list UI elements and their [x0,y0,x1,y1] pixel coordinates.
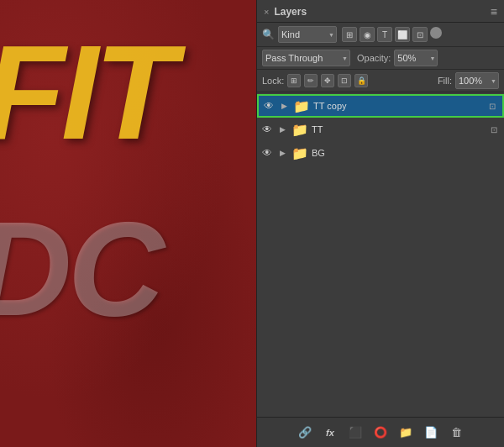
delete-layer-button[interactable]: 🗑 [447,423,465,442]
lock-pixels-button[interactable]: ⊞ [287,74,301,87]
panel-title: Layers [274,6,307,18]
layers-panel: × Layers ≡ 🔍 Kind ⊞ ◉ T ⬜ ⊡ Pass Through… [256,0,504,447]
layer-expand-tt[interactable]: ▶ [276,124,288,135]
kind-select[interactable]: Kind [278,26,337,43]
layer-indicator-tt: ⊡ [487,123,501,136]
layer-visibility-tt-copy[interactable]: 👁 [262,99,276,113]
add-adjustment-button[interactable]: ⬛ [346,423,365,442]
folder-icon-tt-copy: 📁 [293,98,310,114]
fill-input-wrapper [455,72,499,89]
fx-button[interactable]: fx [321,423,339,442]
opacity-input[interactable] [394,50,438,66]
layer-visibility-tt[interactable]: 👁 [260,123,274,136]
blend-opacity-toolbar: Pass Through Normal Multiply Screen Over… [257,47,504,70]
canvas-text-fit: FIT [0,25,172,160]
fill-label: Fill: [438,76,452,86]
layer-item-bg[interactable]: 👁 ▶ 📁 BG [257,141,504,165]
filter-adjustment-button[interactable]: ◉ [360,27,375,42]
layers-list: 👁 ▶ 📁 TT copy ⊡ 👁 ▶ 📁 TT ⊡ 👁 [257,92,504,417]
lock-label: Lock: [262,76,284,86]
layer-expand-bg[interactable]: ▶ [276,147,288,159]
filter-toggle-circle[interactable] [430,27,442,39]
layer-thumb-tt-copy: 📁 [292,97,311,115]
folder-icon-tt: 📁 [291,122,308,138]
kind-select-wrapper: Kind [278,26,337,43]
folder-icon-bg: 📁 [291,145,308,161]
layer-visibility-bg[interactable]: 👁 [260,146,274,160]
layer-thumb-tt: 📁 [291,120,309,139]
eye-icon-tt-copy: 👁 [264,100,274,112]
panel-menu-icon[interactable]: ≡ [491,5,497,18]
layer-item-tt-copy[interactable]: 👁 ▶ 📁 TT copy ⊡ [257,94,504,118]
filter-type-button[interactable]: T [377,27,392,42]
blend-mode-select[interactable]: Pass Through Normal Multiply Screen Over… [262,50,350,66]
lock-paint-button[interactable]: ✏ [304,74,318,87]
layer-indicator-tt-copy: ⊡ [486,99,499,113]
bottom-toolbar: 🔗 fx ⬛ ⭕ 📁 📄 🗑 [257,417,504,447]
create-group-button[interactable]: 📁 [396,423,415,442]
add-mask-button[interactable]: ⭕ [371,423,390,442]
layer-name-bg: BG [312,148,501,158]
canvas-area: FIT DC [0,0,256,447]
layer-item-tt[interactable]: 👁 ▶ 📁 TT ⊡ [257,118,504,141]
layer-name-tt: TT [312,124,485,134]
filter-smart-button[interactable]: ⊡ [412,27,428,42]
canvas-text-dc: DC [0,202,160,336]
filter-icons-group: ⊞ ◉ T ⬜ ⊡ [342,27,442,42]
new-layer-button[interactable]: 📄 [422,423,440,442]
opacity-label: Opacity: [357,53,391,63]
layer-thumb-bg: 📁 [291,144,309,162]
layer-expand-tt-copy[interactable]: ▶ [278,100,290,112]
panel-header: × Layers ≡ [257,0,504,23]
lock-all-button[interactable]: 🔒 [354,74,368,87]
blend-mode-wrapper: Pass Through Normal Multiply Screen Over… [262,50,350,66]
lock-artboard-button[interactable]: ⊡ [338,74,351,87]
filter-shape-button[interactable]: ⬜ [395,27,410,42]
filter-pixel-button[interactable]: ⊞ [342,27,357,42]
eye-icon-tt: 👁 [262,124,272,135]
search-icon: 🔍 [262,29,275,40]
lock-fill-toolbar: Lock: ⊞ ✏ ✥ ⊡ 🔒 Fill: [257,70,504,92]
filter-toolbar: 🔍 Kind ⊞ ◉ T ⬜ ⊡ [257,23,504,47]
panel-close-button[interactable]: × [264,7,269,17]
opacity-input-wrapper [394,50,438,66]
fill-input[interactable] [455,72,499,89]
layer-name-tt-copy: TT copy [313,101,483,111]
lock-position-button[interactable]: ✥ [321,74,334,87]
link-layers-button[interactable]: 🔗 [296,423,314,442]
eye-icon-bg: 👁 [262,147,272,159]
